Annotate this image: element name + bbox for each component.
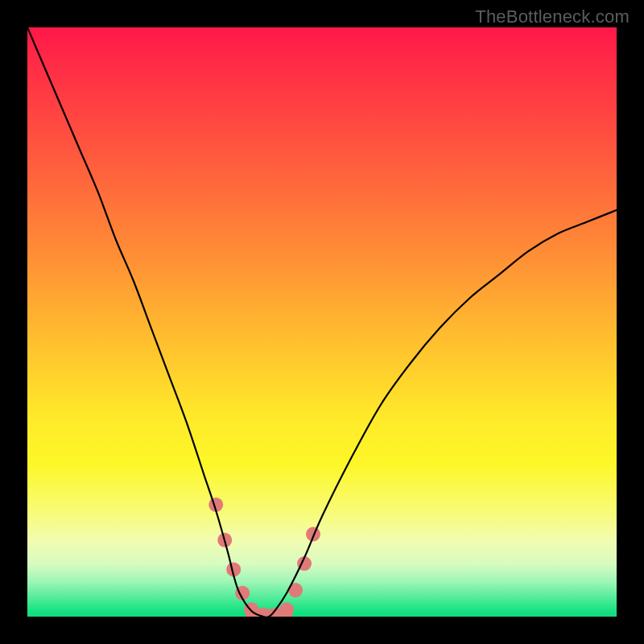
marker-points (208, 497, 320, 617)
watermark-text: TheBottleneck.com (475, 6, 630, 27)
bottleneck-curve (27, 27, 617, 617)
curve-layer (27, 27, 617, 617)
marker-dot (279, 602, 294, 617)
chart-frame: TheBottleneck.com (0, 0, 644, 644)
plot-area (27, 27, 617, 617)
marker-dot (306, 527, 320, 542)
